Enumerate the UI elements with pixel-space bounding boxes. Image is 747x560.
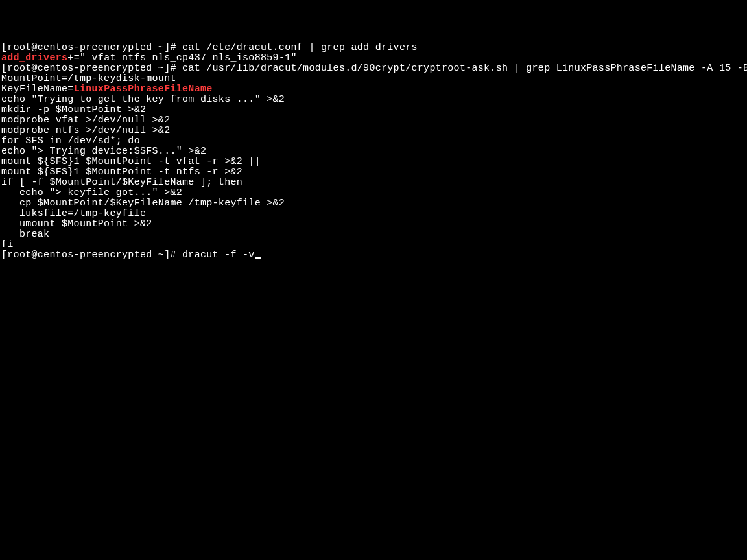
out-if: if [ -f $MountPoint/$KeyFileName ]; then [1, 177, 243, 188]
out-modprobe-vfat: modprobe vfat >/dev/null >&2 [1, 115, 170, 126]
out-break: break [1, 229, 49, 240]
out-mkdir: mkdir -p $MountPoint >&2 [1, 104, 146, 115]
grep-match-keyfilename: LinuxPassPhraseFileName [74, 84, 213, 95]
out-echo-trying: echo "Trying to get the key from disks .… [1, 94, 285, 105]
cmd-3-current[interactable]: dracut -f -v [182, 250, 255, 261]
terminal-screen[interactable]: [root@centos-preencrypted ~]# cat /etc/d… [1, 43, 746, 261]
out-fi: fi [1, 239, 14, 250]
out-umount: umount $MountPoint >&2 [1, 218, 152, 229]
out-luksfile: luksfile=/tmp-keyfile [1, 208, 146, 219]
cmd-2: cat /usr/lib/dracut/modules.d/90crypt/cr… [182, 63, 747, 74]
out-for: for SFS in /dev/sd*; do [1, 135, 140, 146]
prompt-3: [root@centos-preencrypted ~]# [1, 250, 182, 261]
out-modprobe-ntfs: modprobe ntfs >/dev/null >&2 [1, 125, 170, 136]
out-echo-device: echo "> Trying device:$SFS..." >&2 [1, 146, 206, 157]
prompt-2: [root@centos-preencrypted ~]# [1, 63, 182, 74]
prompt-1: [root@centos-preencrypted ~]# [1, 42, 182, 53]
grep-match-add-drivers: add_drivers [1, 52, 67, 64]
out-keyfilename-a: KeyFileName= [1, 84, 74, 95]
out-cp: cp $MountPoint/$KeyFileName /tmp-keyfile… [1, 198, 285, 209]
out-echo-keyfile: echo "> keyfile got..." >&2 [1, 187, 182, 198]
out-mount-ntfs: mount ${SFS}1 $MountPoint -t ntfs -r >&2 [1, 167, 243, 178]
out-mount-vfat: mount ${SFS}1 $MountPoint -t vfat -r >&2… [1, 156, 261, 167]
out-mountpoint: MountPoint=/tmp-keydisk-mount [1, 73, 176, 84]
out-add-drivers-rest: +=" vfat ntfs nls_cp437 nls_iso8859-1" [67, 52, 296, 64]
cmd-1: cat /etc/dracut.conf | grep add_drivers [182, 42, 418, 53]
cursor-icon [255, 257, 261, 259]
